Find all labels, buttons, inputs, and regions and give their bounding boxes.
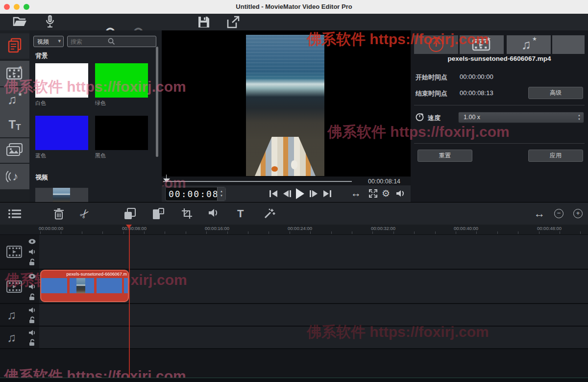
media-type-dropdown[interactable]: 视频 ▾ — [33, 36, 64, 47]
track-header-v1[interactable] — [0, 270, 40, 303]
skip-to-end-button[interactable] — [323, 190, 331, 197]
reset-button[interactable]: 重置 — [417, 150, 472, 162]
minus-icon: − — [557, 209, 561, 217]
background-swatch-black[interactable] — [95, 116, 148, 150]
track-header-a2[interactable]: ♫ — [0, 327, 40, 348]
timeline-menu-button[interactable] — [8, 209, 22, 221]
bar — [310, 190, 311, 197]
preview-volume-button[interactable] — [396, 189, 405, 200]
sidebar-item-overlay[interactable] — [0, 138, 29, 163]
track-a2-lane[interactable] — [39, 327, 588, 348]
timecode-display[interactable]: 00:00:08 ▲ ▼ — [165, 187, 226, 201]
track-lock-toggle[interactable] — [27, 293, 36, 303]
speaker-icon — [28, 283, 36, 292]
timeline-clip[interactable]: pexels-sunsetoned-6606067.m — [40, 270, 129, 302]
media-search-box[interactable] — [67, 36, 156, 47]
play-button[interactable] — [296, 188, 304, 199]
sidebar-item-media-library[interactable] — [0, 33, 29, 59]
sidebar-item-audio-effects[interactable]: ♪ — [0, 164, 29, 189]
track-lock-toggle[interactable] — [27, 316, 36, 326]
clip-thumbnail — [76, 278, 85, 293]
ruler-label: 00:00:24:00 — [280, 226, 319, 231]
timecode-spinner[interactable]: ▲ ▼ — [217, 187, 225, 201]
magic-wand-icon — [264, 212, 276, 221]
skip-end-icon — [323, 190, 329, 197]
audio-track-icon: ♫ — [7, 308, 16, 322]
save-button[interactable] — [198, 16, 210, 30]
effects-wand-button[interactable] — [264, 207, 276, 221]
apply-button[interactable]: 应用 — [528, 150, 583, 162]
lock-icon — [29, 258, 35, 268]
split-button[interactable]: ✂ — [76, 205, 93, 222]
track-mute-toggle[interactable] — [27, 329, 36, 338]
zoom-fit-button[interactable]: ↔ — [534, 207, 545, 220]
swatch-label-green: 绿色 — [95, 100, 106, 107]
seek-playhead-marker[interactable] — [163, 178, 170, 182]
zoom-in-button[interactable]: + — [573, 209, 583, 218]
save-floppy-icon — [198, 21, 210, 29]
spinner-down-icon[interactable]: ▼ — [218, 194, 225, 197]
paste-clip-button[interactable]: ⌄ — [152, 208, 164, 222]
track-lock-toggle[interactable] — [27, 339, 36, 348]
zoom-out-button[interactable]: − — [554, 209, 564, 218]
speed-dropdown[interactable]: 1.00 x ▲▼ — [458, 112, 584, 123]
record-voiceover-button[interactable] — [45, 15, 55, 31]
track-mute-toggle[interactable] — [27, 306, 36, 315]
ruler-label: 00:00:00:00 — [31, 226, 71, 231]
seek-bar[interactable] — [163, 181, 352, 182]
step-forward-button[interactable] — [310, 190, 318, 197]
track-visibility-toggle[interactable] — [27, 237, 36, 246]
seek-playhead-stem — [166, 175, 167, 178]
timecode-value: 00:00:08 — [169, 189, 219, 199]
advanced-button[interactable]: 高级 — [528, 87, 583, 99]
add-text-button[interactable]: T — [237, 207, 244, 220]
track-lock-toggle[interactable] — [27, 258, 36, 268]
speaker-icon — [28, 329, 36, 338]
music-star-icon: ♫★ — [520, 35, 538, 54]
track-header-v2[interactable] — [0, 235, 40, 269]
tab-audio[interactable]: ♫★ — [507, 35, 551, 54]
tab-info[interactable]: i — [414, 35, 458, 54]
info-icon: i — [429, 37, 443, 52]
clip-volume-button[interactable] — [208, 208, 220, 220]
ocean-waves-texture — [246, 35, 324, 84]
video-library-item[interactable] — [35, 188, 88, 202]
eye-icon — [28, 272, 36, 281]
speaker-icon — [28, 306, 36, 315]
background-swatch-green[interactable] — [95, 63, 148, 98]
tab-filters[interactable]: ★ — [460, 35, 504, 54]
open-project-button[interactable] — [13, 16, 27, 30]
background-swatch-blue[interactable] — [35, 116, 88, 150]
bar — [290, 190, 291, 197]
ruler-ticks — [40, 231, 588, 234]
crop-button[interactable] — [181, 208, 193, 221]
skip-to-start-button[interactable] — [270, 190, 277, 197]
spinner-up-icon[interactable]: ▲ — [218, 190, 225, 193]
track-mute-toggle[interactable] — [27, 248, 36, 257]
track-header-a1[interactable]: ♫ — [0, 304, 40, 326]
delete-clip-button[interactable] — [53, 208, 64, 222]
media-scrollbar[interactable] — [156, 47, 158, 157]
playhead-line[interactable] — [129, 225, 130, 378]
sidebar-item-music[interactable]: ♫★ — [0, 87, 29, 113]
crop-icon — [181, 212, 193, 221]
track-a1-lane[interactable] — [39, 304, 588, 326]
preview-settings-button[interactable]: ⚙ — [382, 188, 390, 199]
step-back-button[interactable] — [283, 190, 291, 197]
loop-toggle-button[interactable]: ↔ — [351, 187, 361, 199]
track-mute-toggle[interactable] — [27, 283, 36, 292]
sidebar-item-text[interactable]: TT — [0, 113, 29, 137]
track-visibility-toggle[interactable] — [27, 272, 36, 281]
track-v2-lane[interactable] — [39, 235, 588, 269]
timeline-ruler[interactable]: 00:00:00:00 00:00:08:00 00:00:16:00 00:0… — [0, 225, 588, 235]
end-time-value: 00:00:08:13 — [460, 89, 493, 97]
search-input[interactable] — [68, 36, 130, 47]
svg-text:★: ★ — [18, 65, 23, 70]
sidebar-item-effects[interactable]: ★ — [0, 61, 29, 86]
export-button[interactable] — [227, 16, 240, 30]
background-swatch-white[interactable] — [35, 63, 88, 98]
fullscreen-button[interactable] — [369, 189, 377, 200]
ruler-label: 00:00:48:00 — [530, 226, 569, 231]
copy-clip-button[interactable] — [124, 208, 136, 222]
tab-empty[interactable] — [552, 35, 585, 54]
